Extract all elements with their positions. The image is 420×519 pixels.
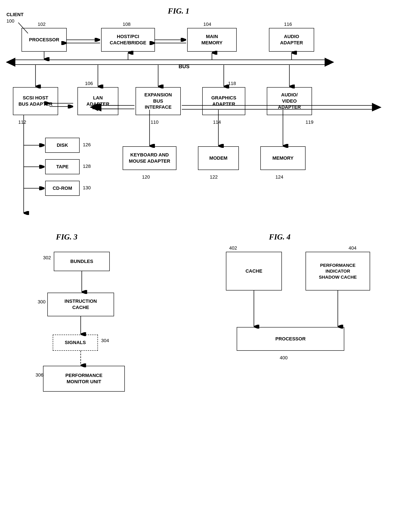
svg-marker-12: [325, 58, 333, 66]
lan-box: LANADAPTER: [77, 87, 118, 115]
signals-num: 304: [101, 338, 109, 343]
fig4-title: FIG. 4: [269, 232, 291, 241]
pi-shadow-num: 404: [349, 245, 357, 251]
fig4-processor-num: 400: [280, 355, 288, 361]
diagram-container: FIG. 1 CLIENT 100 PROCESSOR 102 HOST/PCI…: [0, 0, 420, 519]
n118: 118: [228, 81, 236, 86]
host-pci-num: 108: [123, 22, 131, 27]
audio-adapter-num: 116: [284, 22, 292, 27]
tape-box: TAPE: [45, 159, 80, 174]
svg-marker-11: [7, 58, 15, 66]
processor-num: 102: [38, 22, 46, 27]
pi-shadow-box: PERFORMANCEINDICATORSHADOW CACHE: [306, 252, 370, 291]
fig3-title: FIG. 3: [56, 232, 77, 241]
signals-box: SIGNALS: [53, 335, 98, 351]
pmu-box: PERFORMANCEMONITOR UNIT: [43, 366, 125, 392]
cdrom-num: 130: [83, 185, 91, 191]
fig4-processor-box: PROCESSOR: [237, 327, 344, 351]
expansion-num: 110: [151, 120, 158, 125]
disk-box: DISK: [45, 138, 80, 153]
memory-box: MEMORY: [260, 146, 306, 170]
instruction-cache-num: 300: [38, 299, 46, 305]
bundles-box: BUNDLES: [54, 252, 110, 271]
client-label: CLIENT: [7, 12, 23, 17]
client-num: 100: [7, 18, 15, 24]
memory-num: 124: [275, 174, 283, 180]
instruction-cache-box: INSTRUCTIONCACHE: [47, 293, 114, 316]
graphics-box: GRAPHICSADAPTER: [202, 87, 245, 115]
graphics-num: 114: [213, 120, 221, 125]
cdrom-box: CD-ROM: [45, 181, 80, 196]
keyboard-box: KEYBOARD ANDMOUSE ADAPTER: [123, 146, 176, 170]
keyboard-num: 120: [142, 174, 150, 180]
processor-box: PROCESSOR: [22, 28, 67, 52]
modem-box: MODEM: [198, 146, 239, 170]
scsi-box: SCSI HOSTBUS ADAPTER: [13, 87, 58, 115]
lan-num: 106: [85, 81, 93, 86]
main-memory-box: MAINMEMORY: [187, 28, 237, 52]
bus-label: BUS: [179, 63, 190, 69]
svg-marker-36: [372, 103, 381, 111]
scsi-num: 112: [18, 120, 26, 125]
cache-num: 402: [229, 245, 237, 251]
bundles-num: 302: [43, 255, 51, 261]
expansion-box: EXPANSIONBUSINTERFACE: [135, 87, 181, 115]
host-pci-box: HOST/PCICACHE/BRIDGE: [101, 28, 155, 52]
modem-num: 122: [210, 174, 218, 180]
disk-num: 126: [83, 142, 91, 148]
audio-video-box: AUDIO/VIDEOADAPTER: [267, 87, 312, 115]
audio-video-num: 119: [306, 120, 314, 125]
cache-box: CACHE: [226, 252, 282, 291]
pmu-num: 306: [36, 372, 44, 378]
tape-num: 128: [83, 164, 91, 169]
audio-adapter-box: AUDIOADAPTER: [269, 28, 314, 52]
main-memory-num: 104: [203, 22, 211, 27]
fig1-title: FIG. 1: [168, 7, 189, 15]
